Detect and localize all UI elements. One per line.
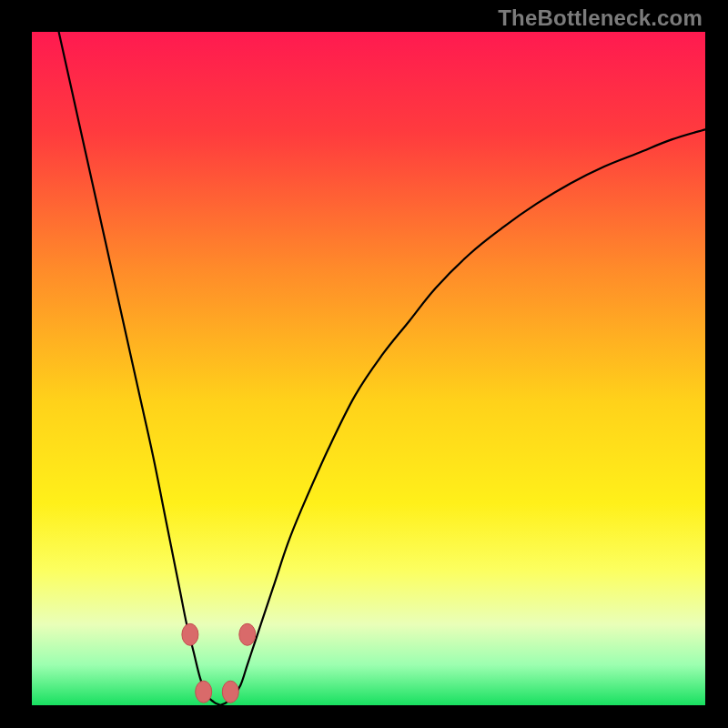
marker-dot [196,681,212,703]
chart-frame: TheBottleneck.com [0,0,728,728]
watermark-text: TheBottleneck.com [498,5,703,31]
plot-area [32,32,705,705]
curve-right [220,129,705,705]
marker-dot [222,681,238,703]
curve-left [59,32,221,705]
marker-dot [182,623,198,645]
curve-layer [32,32,705,705]
markers-group [182,623,256,703]
marker-dot [239,623,256,645]
